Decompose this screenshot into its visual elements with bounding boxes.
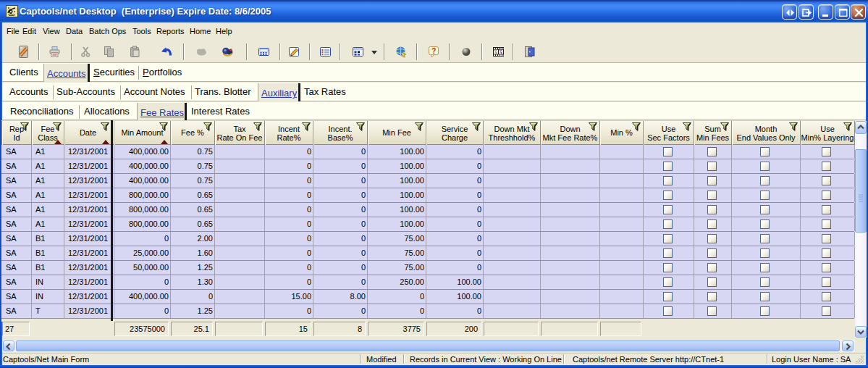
svg-text:?: ? [431,47,436,55]
